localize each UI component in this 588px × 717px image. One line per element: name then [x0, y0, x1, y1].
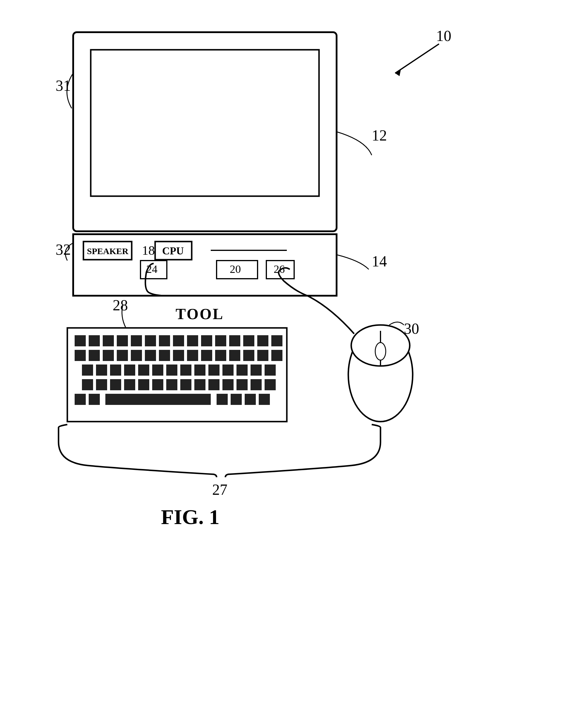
svg-rect-23 — [229, 335, 240, 346]
svg-rect-69 — [265, 379, 276, 390]
svg-rect-34 — [173, 350, 184, 361]
svg-text:CPU: CPU — [162, 245, 184, 257]
svg-text:14: 14 — [372, 253, 387, 270]
svg-rect-53 — [236, 365, 248, 376]
svg-rect-60 — [138, 379, 149, 390]
svg-rect-35 — [187, 350, 198, 361]
svg-rect-75 — [245, 394, 256, 405]
svg-rect-42 — [82, 365, 93, 376]
svg-rect-57 — [96, 379, 107, 390]
svg-rect-33 — [159, 350, 170, 361]
svg-rect-6 — [155, 242, 192, 260]
svg-text:12: 12 — [372, 127, 387, 144]
svg-rect-39 — [243, 350, 254, 361]
svg-rect-22 — [215, 335, 226, 346]
svg-rect-30 — [117, 350, 128, 361]
svg-rect-70 — [75, 394, 86, 405]
svg-rect-3 — [91, 50, 319, 196]
svg-rect-11 — [67, 328, 287, 422]
svg-rect-50 — [194, 365, 206, 376]
svg-rect-66 — [223, 379, 234, 390]
svg-text:SPEAKER: SPEAKER — [87, 246, 128, 256]
svg-rect-54 — [251, 365, 262, 376]
svg-text:20: 20 — [230, 263, 241, 275]
svg-rect-9 — [216, 261, 257, 279]
svg-point-80 — [375, 343, 386, 360]
svg-rect-45 — [124, 365, 135, 376]
svg-text:26: 26 — [274, 263, 285, 275]
svg-text:27: 27 — [212, 481, 227, 498]
svg-rect-37 — [215, 350, 226, 361]
svg-rect-52 — [223, 365, 234, 376]
svg-rect-20 — [187, 335, 198, 346]
svg-rect-27 — [75, 350, 86, 361]
svg-rect-12 — [75, 335, 86, 346]
svg-rect-63 — [180, 379, 191, 390]
svg-rect-71 — [89, 394, 100, 405]
svg-rect-28 — [89, 350, 100, 361]
diagram-svg: 10 12 14 31 32 18 24 20 26 28 30 27 SPEA… — [44, 15, 542, 688]
svg-rect-62 — [166, 379, 177, 390]
svg-rect-31 — [131, 350, 142, 361]
svg-rect-29 — [103, 350, 114, 361]
svg-rect-5 — [83, 242, 132, 260]
svg-rect-32 — [145, 350, 156, 361]
svg-rect-13 — [89, 335, 100, 346]
svg-rect-18 — [159, 335, 170, 346]
svg-rect-43 — [96, 365, 107, 376]
svg-rect-76 — [259, 394, 270, 405]
svg-rect-38 — [229, 350, 240, 361]
svg-text:30: 30 — [404, 320, 419, 337]
svg-text:28: 28 — [113, 297, 128, 313]
svg-rect-73 — [216, 394, 228, 405]
svg-text:32: 32 — [56, 241, 71, 258]
svg-rect-8 — [141, 261, 167, 279]
svg-rect-68 — [251, 379, 262, 390]
svg-marker-1 — [395, 69, 401, 76]
svg-rect-36 — [201, 350, 212, 361]
svg-rect-51 — [208, 365, 219, 376]
patent-diagram: 10 12 14 31 32 18 24 20 26 28 30 27 SPEA… — [44, 15, 542, 688]
svg-text:TOOL: TOOL — [175, 306, 224, 322]
svg-rect-61 — [152, 379, 163, 390]
svg-text:31: 31 — [56, 77, 71, 94]
svg-point-77 — [348, 328, 413, 422]
svg-rect-16 — [131, 335, 142, 346]
svg-rect-4 — [73, 234, 337, 296]
svg-rect-55 — [265, 365, 276, 376]
svg-rect-26 — [271, 335, 282, 346]
svg-rect-46 — [138, 365, 149, 376]
svg-rect-74 — [231, 394, 242, 405]
svg-rect-58 — [110, 379, 121, 390]
svg-rect-65 — [208, 379, 219, 390]
svg-rect-48 — [166, 365, 177, 376]
svg-rect-44 — [110, 365, 121, 376]
svg-rect-72 — [105, 394, 211, 405]
svg-rect-40 — [257, 350, 268, 361]
svg-line-0 — [395, 44, 439, 73]
svg-rect-14 — [103, 335, 114, 346]
svg-rect-59 — [124, 379, 135, 390]
svg-rect-17 — [145, 335, 156, 346]
svg-rect-67 — [236, 379, 248, 390]
svg-rect-64 — [194, 379, 206, 390]
svg-rect-2 — [73, 32, 337, 231]
svg-point-78 — [351, 325, 410, 366]
svg-rect-15 — [117, 335, 128, 346]
svg-rect-24 — [243, 335, 254, 346]
svg-rect-47 — [152, 365, 163, 376]
svg-rect-21 — [201, 335, 212, 346]
svg-text:10: 10 — [436, 27, 451, 44]
svg-rect-49 — [180, 365, 191, 376]
svg-text:24: 24 — [146, 263, 158, 275]
svg-rect-41 — [271, 350, 282, 361]
svg-rect-10 — [266, 261, 294, 279]
svg-rect-56 — [82, 379, 93, 390]
svg-rect-19 — [173, 335, 184, 346]
svg-text:18: 18 — [142, 243, 155, 258]
svg-text:FIG. 1: FIG. 1 — [161, 505, 219, 529]
svg-rect-25 — [257, 335, 268, 346]
